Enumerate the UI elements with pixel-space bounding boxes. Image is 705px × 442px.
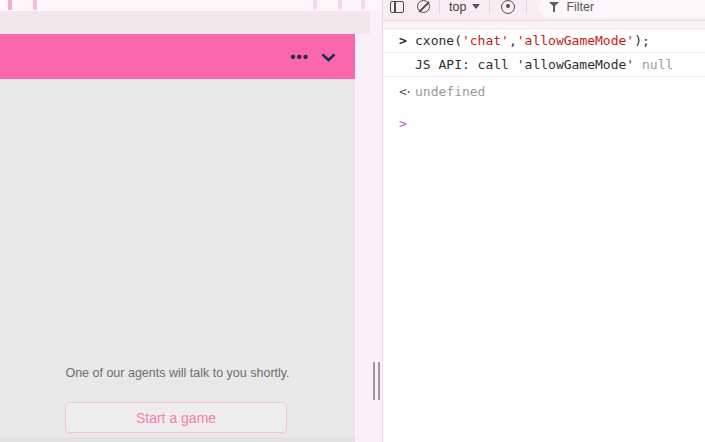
ruler-tick (338, 0, 342, 10)
toolbar-divider (526, 0, 527, 14)
panel-resize-handle[interactable] (370, 362, 382, 400)
clear-console-button[interactable] (404, 0, 430, 13)
context-label: top (449, 0, 466, 14)
filter-placeholder: Filter (566, 0, 594, 14)
chat-widget-header: ••• (0, 34, 355, 79)
code-token: cxone( (415, 33, 462, 48)
start-game-button[interactable]: Start a game (65, 402, 287, 433)
live-expression-button[interactable] (499, 0, 517, 14)
devtools-panel: top Filter > cxone('chat','allowGameMode… (382, 0, 705, 442)
chat-widget: ••• One of our agents will talk to you s… (0, 34, 355, 442)
console-result-row: <· undefined (383, 77, 705, 106)
toolbar-divider (489, 0, 490, 14)
string-token: 'chat' (462, 33, 509, 48)
eye-icon (501, 0, 515, 14)
screenshot-stage: ••• One of our agents will talk to you s… (0, 0, 705, 442)
chat-widget-body: One of our agents will talk to you short… (0, 79, 355, 442)
resize-grip-bar (373, 362, 375, 400)
toolbar-divider (439, 0, 440, 14)
console-log-row: JS API: call 'allowGameMode' null (383, 53, 705, 77)
filter-funnel-icon (549, 1, 559, 13)
console-command-row: > cxone('chat','allowGameMode'); (383, 29, 705, 53)
page-top-strip (0, 0, 382, 11)
chat-menu-icon[interactable]: ••• (290, 49, 309, 64)
agent-wait-message: One of our agents will talk to you short… (0, 366, 355, 380)
return-arrow-icon: <· (399, 83, 415, 100)
console-filter-input[interactable]: Filter (539, 0, 705, 18)
command-prompt-icon: > (399, 32, 415, 49)
console-toolbar-row: top Filter (383, 0, 705, 21)
clear-console-icon (417, 0, 430, 13)
code-token: ); (634, 33, 650, 48)
ruler-tick (361, 0, 365, 10)
caret-down-icon (472, 4, 480, 9)
console-input-prompt-icon: > (399, 115, 415, 132)
browser-page: ••• One of our agents will talk to you s… (0, 0, 382, 442)
chevron-down-icon (321, 48, 336, 66)
javascript-context-selector[interactable]: top (449, 0, 480, 14)
code-token: , (509, 33, 517, 48)
ruler-tick (8, 0, 12, 10)
command-text: cxone('chat','allowGameMode'); (415, 32, 650, 49)
log-text: JS API: call 'allowGameMode' null (415, 56, 673, 73)
chat-minimize-button[interactable] (319, 50, 337, 64)
ruler-tick (313, 0, 317, 10)
log-message: JS API: call 'allowGameMode' (415, 57, 642, 72)
ruler-tick (33, 0, 37, 10)
page-header-band (0, 11, 370, 34)
console-messages: > cxone('chat','allowGameMode'); JS API:… (383, 29, 705, 135)
result-value: undefined (415, 83, 485, 100)
console-toolbar: top Filter (383, 0, 705, 21)
console-info-band (383, 21, 705, 29)
chat-bottom-shade (0, 437, 355, 442)
null-value: null (642, 57, 673, 72)
console-input-row[interactable]: > (383, 106, 705, 135)
string-token: 'allowGameMode' (517, 33, 634, 48)
sidebar-icon (390, 1, 404, 13)
resize-grip-bar (378, 362, 380, 400)
console-sidebar-toggle-button[interactable] (390, 1, 404, 13)
